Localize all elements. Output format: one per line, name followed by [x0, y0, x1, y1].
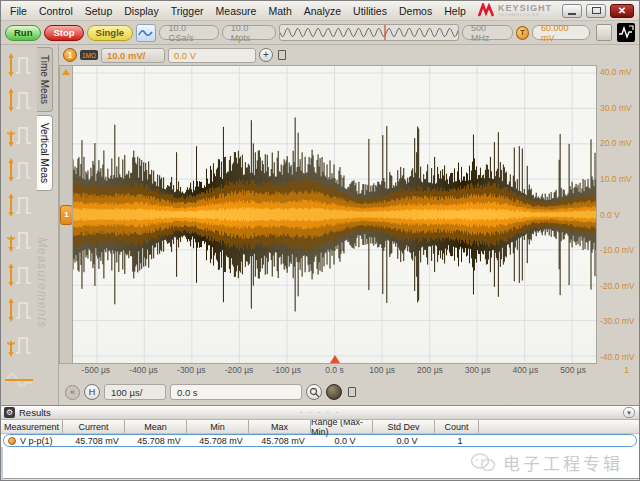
column-header-mean[interactable]: Mean [125, 420, 187, 433]
trigger-badge-icon[interactable]: T [516, 26, 529, 40]
channel-offset-field[interactable]: 0.0 V [168, 48, 256, 63]
vertical-meas-icon-v-mid[interactable] [2, 152, 36, 187]
close-icon: ✕ [618, 5, 626, 16]
sample-rate-field[interactable]: 10.0 GSa/s [159, 25, 218, 40]
y-tick-label: 30.0 mV [600, 103, 632, 113]
tab-vertical-meas[interactable]: Vertical Meas [37, 115, 53, 191]
minimize-button[interactable] [562, 4, 582, 18]
menu-item-trigger[interactable]: Trigger [165, 3, 210, 19]
collapse-results-button[interactable]: ▾ [623, 407, 635, 418]
stop-button[interactable]: Stop [44, 25, 83, 41]
y-tick-label: -10.0 mV [600, 245, 635, 255]
x-tick-label: 200 µs [417, 365, 443, 375]
horizontal-scale-field[interactable]: 100 µs/ [104, 384, 166, 400]
menu-item-demos[interactable]: Demos [393, 3, 438, 19]
trigger-position-marker[interactable] [330, 355, 340, 363]
menu-item-math[interactable]: Math [262, 3, 297, 19]
sidebar-watermark: Measurements [35, 237, 49, 328]
scope-display-icon [138, 27, 154, 39]
tab-time-meas[interactable]: Time Meas [37, 47, 53, 112]
y-axis: 40.0 mV30.0 mV20.0 mV10.0 mV0.0 V-10.0 m… [597, 65, 639, 364]
results-row-vpp[interactable]: V p-p(1)45.708 mV45.708 mV45.708 mV45.70… [3, 434, 637, 447]
menu-item-control[interactable]: Control [33, 3, 79, 19]
measurement-sidebar: Time MeasVertical Meas Measurements [1, 45, 59, 405]
drag-handle-dots[interactable]: · · · · · [300, 408, 340, 417]
channel-bar: 1 1MΩ 10.0 mV/ 0.0 V + [59, 45, 639, 65]
horizontal-position-field[interactable]: 0.0 s [170, 384, 302, 400]
zoom-search-button[interactable] [306, 384, 322, 400]
maximize-button[interactable] [586, 4, 606, 18]
horizontal-badge[interactable]: H [84, 384, 100, 400]
vertical-meas-icon-v-base[interactable] [2, 327, 36, 362]
column-header-max[interactable]: Max [249, 420, 311, 433]
x-tick-label: 400 µs [513, 365, 539, 375]
channel-scale-field[interactable]: 10.0 mV/ [101, 48, 165, 63]
menu-item-setup[interactable]: Setup [79, 3, 118, 19]
menu-item-help[interactable]: Help [438, 3, 472, 19]
y-tick-label: -40.0 mV [600, 352, 635, 362]
toolbar-extra-button[interactable] [596, 24, 612, 41]
measurement-value-cell: 45.708 mV [190, 436, 252, 446]
column-header-measurement[interactable]: Measurement [1, 420, 63, 433]
add-channel-button[interactable]: + [259, 48, 273, 62]
column-header-count[interactable]: Count [435, 420, 479, 433]
wechat-icon [470, 452, 496, 474]
y-tick-label: 0.0 V [600, 210, 620, 220]
vertical-meas-icon-v-min[interactable] [2, 222, 36, 257]
column-header-min[interactable]: Min [187, 420, 249, 433]
run-button[interactable]: Run [5, 25, 41, 41]
vertical-meas-icon-v-pp[interactable] [2, 257, 36, 292]
vertical-meas-icon-v-peak[interactable] [2, 187, 36, 222]
display-settings-button[interactable] [136, 24, 156, 42]
oscilloscope-window: FileControlSetupDisplayTriggerMeasureMat… [0, 0, 640, 481]
channel-popup-icon[interactable] [278, 50, 286, 60]
waveform-overview-bar[interactable] [279, 24, 459, 41]
trigger-level-offscreen-icon [62, 69, 70, 75]
vertical-meas-icon-v-amplitude[interactable] [2, 292, 36, 327]
menu-item-file[interactable]: File [4, 3, 33, 19]
menu-item-display[interactable]: Display [118, 3, 164, 19]
measurement-color-dot [8, 437, 16, 445]
keysight-logo: KEYSIGHT TECHNOLOGIES [478, 3, 552, 18]
menu-item-analyze[interactable]: Analyze [298, 3, 347, 19]
vertical-meas-icon-v-max[interactable] [2, 47, 36, 82]
footer: 电子工程专辑 [1, 447, 639, 481]
minimize-icon [568, 13, 576, 15]
x-tick-label: 0.0 s [325, 365, 343, 375]
watermark: 电子工程专辑 [470, 450, 623, 475]
plot-left-gutter: 1 [59, 65, 72, 364]
menu-item-measure[interactable]: Measure [210, 3, 263, 19]
y-tick-label: -30.0 mV [600, 316, 635, 326]
horizontal-popup-icon[interactable] [348, 387, 356, 397]
touch-button[interactable] [617, 23, 635, 42]
vertical-meas-icon-v-upper[interactable] [2, 117, 36, 152]
vertical-meas-icon-v-top[interactable] [2, 82, 36, 117]
sidebar-collapse-button[interactable]: « [65, 385, 80, 400]
brand-sub: TECHNOLOGIES [498, 13, 552, 17]
column-header-range-max-min-[interactable]: Range (Max-Min) [311, 420, 373, 433]
waveform-touch-icon [618, 25, 634, 40]
close-button[interactable]: ✕ [610, 4, 634, 18]
bandwidth-field[interactable]: 500 MHz [462, 25, 513, 40]
memory-depth-field[interactable]: 10.0 Mpts [222, 25, 276, 40]
y-tick-label: 20.0 mV [600, 138, 632, 148]
menu-item-utilities[interactable]: Utilities [347, 3, 393, 19]
x-tick-label: -300 µs [177, 365, 206, 375]
column-header-std-dev[interactable]: Std Dev [373, 420, 435, 433]
titlebar-right: KEYSIGHT TECHNOLOGIES ✕ [478, 3, 636, 18]
gear-icon[interactable]: ⚙ [4, 407, 15, 418]
measurement-name-cell: V p-p(1) [4, 436, 66, 446]
column-header-current[interactable]: Current [63, 420, 125, 433]
channel-1-badge[interactable]: 1 [63, 48, 77, 62]
vertical-meas-icon-area[interactable] [2, 362, 36, 397]
x-tick-label: 300 µs [465, 365, 491, 375]
trigger-level-field[interactable]: 60.000 mV [532, 25, 590, 40]
waveform-display[interactable] [72, 65, 597, 364]
channel-1-trace [73, 66, 596, 363]
single-button[interactable]: Single [87, 25, 134, 41]
y-tick-label: 10.0 mV [600, 174, 632, 184]
horizontal-knob[interactable] [326, 384, 342, 400]
y-tick-label: 40.0 mV [600, 67, 632, 77]
channel-impedance-badge: 1MΩ [80, 50, 98, 60]
measurement-value-cell: 0.0 V [314, 436, 376, 446]
